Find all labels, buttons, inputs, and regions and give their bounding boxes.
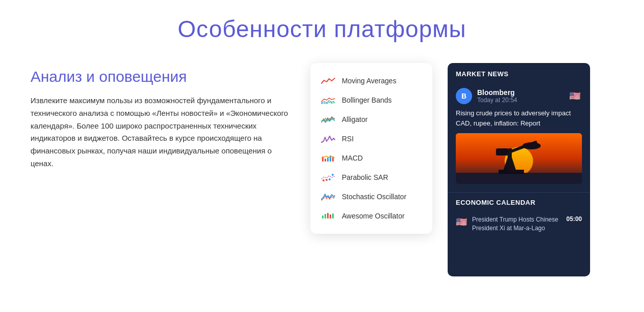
news-time: Today at 20:54 <box>477 97 517 104</box>
indicator-label: Alligator <box>342 115 368 123</box>
svg-rect-9 <box>322 215 324 219</box>
stochastic-oscillator-icon <box>321 192 335 201</box>
alligator-icon <box>321 115 335 124</box>
main-content: Анализ и оповещения Извлеките максимум п… <box>0 53 644 276</box>
svg-rect-11 <box>327 213 329 219</box>
news-meta: B Bloomberg Today at 20:54 🇺🇸 <box>456 88 582 104</box>
svg-rect-12 <box>330 214 331 219</box>
indicators-card: Moving Averages Bollinger Bands <box>310 63 432 234</box>
awesome-oscillator-icon <box>321 211 335 221</box>
indicator-bollinger-bands[interactable]: Bollinger Bands <box>310 90 432 110</box>
svg-rect-2 <box>327 158 329 162</box>
indicator-label: Parabolic SAR <box>342 173 388 181</box>
indicator-label: Bollinger Bands <box>342 96 392 104</box>
bollinger-bands-icon <box>321 96 335 105</box>
left-section: Анализ и оповещения Извлеките максимум п… <box>31 58 295 170</box>
right-panel: MARKET NEWS B Bloomberg Today at 20:54 🇺… <box>448 63 590 276</box>
svg-rect-10 <box>325 214 326 219</box>
news-flag: 🇺🇸 <box>568 89 582 103</box>
news-source-name: Bloomberg <box>477 88 517 97</box>
economic-calendar-header: ECONOMIC CALENDAR <box>448 192 590 211</box>
svg-rect-17 <box>499 170 524 174</box>
svg-point-20 <box>522 142 541 149</box>
macd-icon <box>321 153 335 163</box>
page-title-section: Особенности платформы <box>0 0 644 53</box>
oil-pump-scene <box>456 133 582 184</box>
moving-averages-icon <box>321 76 335 85</box>
svg-point-6 <box>326 179 328 181</box>
indicator-stochastic-oscillator[interactable]: Stochastic Oscillator <box>310 187 432 206</box>
indicator-rsi[interactable]: RSI <box>310 129 432 148</box>
news-item: B Bloomberg Today at 20:54 🇺🇸 Rising cru… <box>448 83 590 192</box>
page-title: Особенности платформы <box>10 15 634 43</box>
svg-point-7 <box>329 178 331 180</box>
news-headline: Rising crude prices to adversely impact … <box>456 108 582 128</box>
indicator-label: Stochastic Oscillator <box>342 193 406 201</box>
news-avatar: B <box>456 88 472 104</box>
indicator-parabolic-sar[interactable]: Parabolic SAR <box>310 168 432 187</box>
svg-rect-16 <box>456 173 582 184</box>
indicator-alligator[interactable]: Alligator <box>310 110 432 129</box>
svg-rect-1 <box>325 159 326 162</box>
svg-rect-13 <box>332 213 334 219</box>
market-news-header: MARKET NEWS <box>448 63 590 83</box>
rsi-icon <box>321 134 335 143</box>
indicator-label: MACD <box>342 154 363 162</box>
parabolic-sar-icon <box>321 173 335 182</box>
cal-text: President Trump Hosts Chinese President … <box>472 215 561 233</box>
indicator-label: RSI <box>342 135 354 143</box>
news-image <box>456 133 582 184</box>
indicator-awesome-oscillator[interactable]: Awesome Oscillator <box>310 206 432 226</box>
svg-point-8 <box>332 174 334 176</box>
indicator-moving-averages[interactable]: Moving Averages <box>310 71 432 90</box>
svg-rect-4 <box>332 157 334 162</box>
news-source-block: B Bloomberg Today at 20:54 <box>456 88 517 104</box>
cal-time: 05:00 <box>566 215 582 223</box>
section-body: Извлеките максимум пользы из возможносте… <box>31 95 295 170</box>
indicator-label: Moving Averages <box>342 77 396 85</box>
indicator-macd[interactable]: MACD <box>310 148 432 168</box>
svg-rect-21 <box>496 148 509 155</box>
cal-flag: 🇺🇸 <box>456 216 467 228</box>
indicator-label: Awesome Oscillator <box>342 212 404 220</box>
news-source-info: Bloomberg Today at 20:54 <box>477 88 517 104</box>
calendar-item: 🇺🇸 President Trump Hosts Chinese Preside… <box>448 211 590 237</box>
svg-point-5 <box>323 179 325 181</box>
section-heading: Анализ и оповещения <box>31 68 295 85</box>
